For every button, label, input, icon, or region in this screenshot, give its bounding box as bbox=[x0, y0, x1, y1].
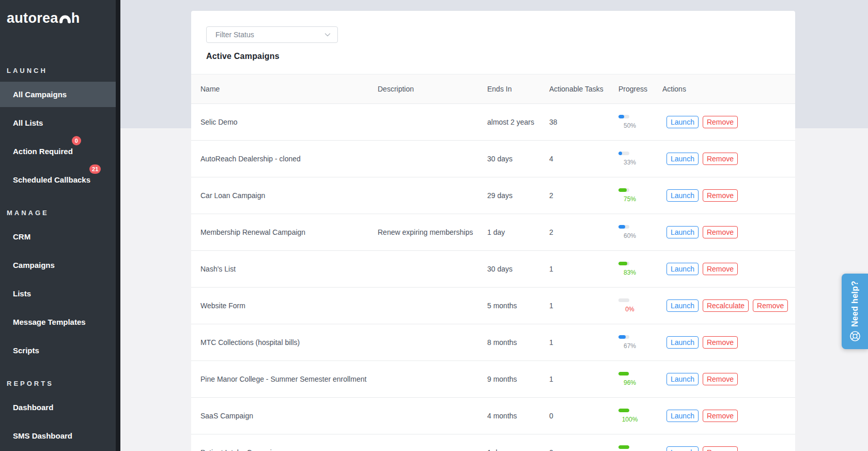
autoreach-logo: autoreah bbox=[0, 0, 120, 53]
progress-percent: 50% bbox=[618, 122, 641, 129]
launch-button[interactable]: Launch bbox=[667, 446, 699, 451]
remove-button[interactable]: Remove bbox=[703, 116, 738, 128]
launch-button[interactable]: Launch bbox=[667, 336, 699, 349]
launch-button[interactable]: Launch bbox=[667, 116, 699, 128]
campaign-name-cell: SaaS Campaign bbox=[191, 398, 368, 434]
campaign-name-cell: MTC Collections (hospital bills) bbox=[191, 324, 368, 361]
remove-button[interactable]: Remove bbox=[703, 226, 738, 238]
sidebar-section-launch: LAUNCH bbox=[0, 59, 120, 82]
progress-percent: 100% bbox=[618, 416, 641, 423]
sidebar-item-message-templates[interactable]: Message Templates bbox=[0, 309, 116, 335]
sidebar-item-all-campaigns[interactable]: All Campaigns bbox=[0, 82, 116, 107]
sidebar-item-crm[interactable]: CRM bbox=[0, 224, 116, 249]
table-row: AutoReach Dealership - cloned30 days433%… bbox=[191, 141, 795, 177]
column-header-progress: Progress bbox=[609, 74, 653, 104]
sidebar-item-label: Message Templates bbox=[13, 318, 86, 326]
launch-button[interactable]: Launch bbox=[667, 373, 699, 385]
launch-button[interactable]: Launch bbox=[667, 263, 699, 275]
chevron-down-icon bbox=[324, 31, 331, 38]
active-campaigns-title: Active Campaigns bbox=[206, 52, 280, 61]
remove-button[interactable]: Remove bbox=[753, 299, 788, 312]
campaign-actions-cell: LaunchRemove bbox=[653, 361, 795, 398]
launch-button[interactable]: Launch bbox=[667, 299, 699, 312]
campaign-ends-in-cell: 30 days bbox=[478, 141, 540, 177]
progress-bar bbox=[618, 372, 629, 375]
table-row: Selic Demoalmost 2 years3850%LaunchRemov… bbox=[191, 104, 795, 141]
table-row: SaaS Campaign4 months0100%LaunchRemove bbox=[191, 398, 795, 434]
launch-button[interactable]: Launch bbox=[667, 226, 699, 238]
sidebar-item-label: Scripts bbox=[13, 346, 39, 355]
progress-percent: 0% bbox=[618, 306, 641, 313]
campaign-actions-cell: LaunchRemove bbox=[653, 177, 795, 214]
campaigns-table-wrap: NameDescriptionEnds InActionable TasksPr… bbox=[191, 74, 795, 451]
campaign-actions-cell: LaunchRemove bbox=[653, 398, 795, 434]
sidebar-item-dashboard[interactable]: Dashboard bbox=[0, 395, 116, 420]
launch-button[interactable]: Launch bbox=[667, 153, 699, 165]
campaign-progress-cell: 0% bbox=[609, 288, 653, 324]
table-row: Nash's List30 days183%LaunchRemove bbox=[191, 251, 795, 288]
campaign-progress-cell: 67% bbox=[609, 324, 653, 361]
sidebar-item-scripts[interactable]: Scripts bbox=[0, 338, 116, 363]
sidebar-item-label: SMS Dashboard bbox=[13, 431, 72, 440]
sidebar: autoreah LAUNCHAll CampaignsAll ListsAct… bbox=[0, 0, 120, 451]
campaign-description-cell bbox=[368, 398, 478, 434]
campaign-description-cell: Renew expiring memberships bbox=[368, 214, 478, 251]
remove-button[interactable]: Remove bbox=[703, 410, 738, 422]
launch-button[interactable]: Launch bbox=[667, 189, 699, 202]
campaign-ends-in-cell: 4 months bbox=[478, 398, 540, 434]
logo-text-left: autorea bbox=[7, 10, 58, 26]
campaign-progress-cell: 100% bbox=[609, 434, 653, 451]
sidebar-item-all-lists[interactable]: All Lists bbox=[0, 110, 116, 136]
remove-button[interactable]: Remove bbox=[703, 446, 738, 451]
progress-bar bbox=[618, 262, 629, 265]
campaign-ends-in-cell: 30 days bbox=[478, 251, 540, 288]
filter-status-select[interactable]: Filter Status bbox=[206, 26, 338, 43]
table-row: Patient Intake Campaign1 day0100%LaunchR… bbox=[191, 434, 795, 451]
remove-button[interactable]: Remove bbox=[703, 336, 738, 349]
column-header-name: Name bbox=[191, 74, 368, 104]
need-help-tab[interactable]: Need help? bbox=[842, 274, 868, 349]
campaign-progress-cell: 100% bbox=[609, 398, 653, 434]
campaign-name-cell: Patient Intake Campaign bbox=[191, 434, 368, 451]
sidebar-item-campaigns[interactable]: Campaigns bbox=[0, 252, 116, 278]
campaign-tasks-cell: 1 bbox=[540, 288, 609, 324]
remove-button[interactable]: Remove bbox=[703, 153, 738, 165]
sidebar-item-lists[interactable]: Lists bbox=[0, 281, 116, 306]
remove-button[interactable]: Remove bbox=[703, 373, 738, 385]
column-header-ends-in: Ends In bbox=[478, 74, 540, 104]
sidebar-item-sms-dashboard[interactable]: SMS Dashboard bbox=[0, 423, 116, 448]
life-buoy-icon bbox=[849, 330, 861, 342]
campaign-tasks-cell: 38 bbox=[540, 104, 609, 141]
launch-button[interactable]: Launch bbox=[667, 410, 699, 422]
column-header-actionable-tasks: Actionable Tasks bbox=[540, 74, 609, 104]
campaign-actions-cell: LaunchRemove bbox=[653, 434, 795, 451]
campaign-progress-cell: 96% bbox=[609, 361, 653, 398]
campaign-description-cell bbox=[368, 177, 478, 214]
recalculate-button[interactable]: Recalculate bbox=[703, 299, 749, 312]
sidebar-section-reports: REPORTS bbox=[0, 372, 120, 395]
sidebar-item-scheduled-callbacks[interactable]: Scheduled Callbacks21 bbox=[0, 167, 116, 192]
campaign-description-cell bbox=[368, 361, 478, 398]
progress-percent: 67% bbox=[618, 342, 641, 350]
campaign-description-cell bbox=[368, 141, 478, 177]
sidebar-item-action-required[interactable]: Action Required0 bbox=[0, 139, 116, 164]
remove-button[interactable]: Remove bbox=[703, 263, 738, 275]
campaign-ends-in-cell: almost 2 years bbox=[478, 104, 540, 141]
sidebar-item-label: Lists bbox=[13, 289, 31, 298]
phone-handset-icon bbox=[59, 11, 71, 28]
progress-percent: 60% bbox=[618, 232, 641, 239]
campaign-actions-cell: LaunchRecalculateRemove bbox=[653, 288, 795, 324]
campaign-tasks-cell: 1 bbox=[540, 361, 609, 398]
campaign-description-cell bbox=[368, 251, 478, 288]
campaign-tasks-cell: 0 bbox=[540, 434, 609, 451]
progress-bar bbox=[618, 225, 629, 229]
main-area: Filter Status Active Campaigns NameDescr… bbox=[120, 0, 868, 451]
progress-bar bbox=[618, 188, 629, 192]
logo-text-right: h bbox=[71, 10, 80, 26]
remove-button[interactable]: Remove bbox=[703, 189, 738, 202]
progress-bar bbox=[618, 445, 629, 449]
campaign-tasks-cell: 1 bbox=[540, 251, 609, 288]
progress-percent: 96% bbox=[618, 379, 641, 386]
campaign-actions-cell: LaunchRemove bbox=[653, 141, 795, 177]
campaign-progress-cell: 75% bbox=[609, 177, 653, 214]
